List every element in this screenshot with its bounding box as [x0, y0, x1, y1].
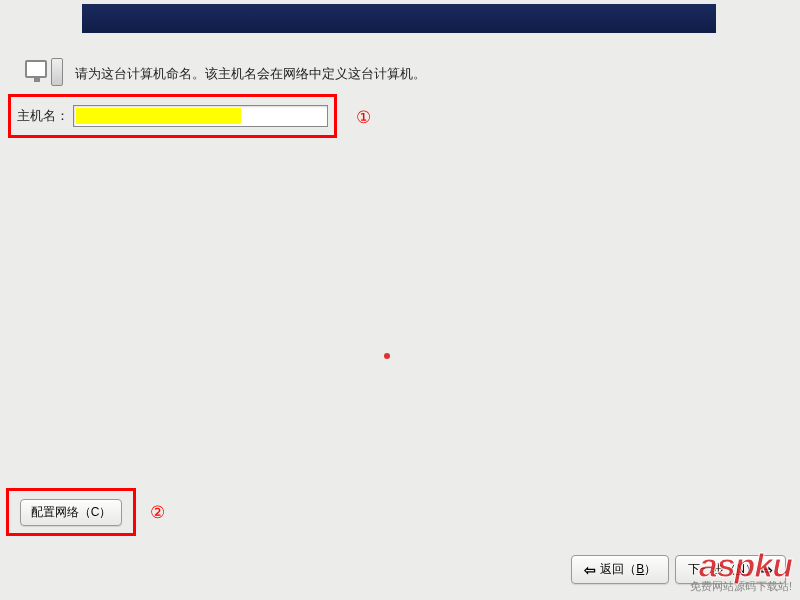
description-row: 请为这台计算机命名。该主机名会在网络中定义这台计算机。: [25, 58, 426, 90]
annotation-marker-2: ②: [150, 502, 165, 523]
arrow-right-icon: ⇨: [761, 562, 773, 578]
header-banner: [82, 4, 716, 33]
next-label: 下一步（N）: [688, 561, 757, 578]
annotation-marker-1: ①: [356, 107, 371, 128]
next-button[interactable]: 下一步（N） ⇨: [675, 555, 786, 584]
red-dot-marker: [384, 353, 390, 359]
hostname-label: 主机名：: [17, 107, 69, 125]
description-text: 请为这台计算机命名。该主机名会在网络中定义这台计算机。: [75, 65, 426, 83]
back-label: 返回（B）: [600, 561, 656, 578]
navigation-buttons: ⇦ 返回（B） 下一步（N） ⇨: [571, 555, 786, 584]
hostname-input[interactable]: [73, 105, 328, 127]
hostname-field-group: 主机名：: [8, 94, 337, 138]
hostname-highlight: [76, 108, 241, 124]
configure-network-button[interactable]: 配置网络（C）: [20, 499, 123, 526]
arrow-left-icon: ⇦: [584, 562, 596, 578]
computer-icon: [25, 58, 65, 90]
back-button[interactable]: ⇦ 返回（B）: [571, 555, 669, 584]
configure-network-group: 配置网络（C）: [6, 488, 136, 536]
